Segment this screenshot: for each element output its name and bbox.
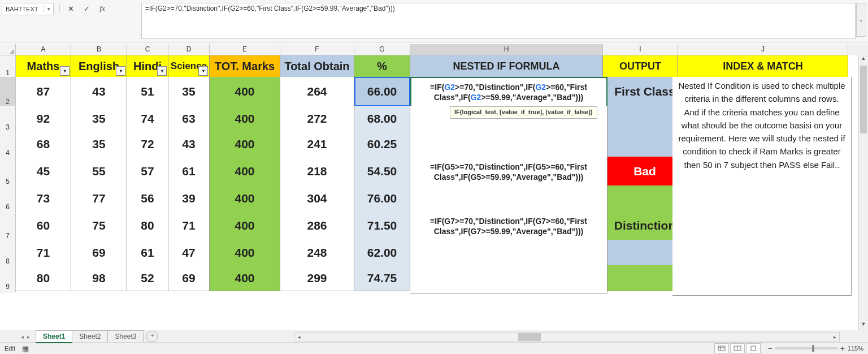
col-header-D[interactable]: D bbox=[168, 44, 210, 55]
horizontal-scroll-thumb[interactable] bbox=[518, 333, 541, 341]
cell-F8[interactable]: 248 bbox=[280, 240, 354, 266]
cell-I7[interactable]: Distinction bbox=[607, 211, 683, 240]
zoom-level[interactable]: 115% bbox=[848, 345, 863, 352]
row-header-8[interactable]: 8 bbox=[0, 240, 16, 267]
cell-G6[interactable]: 76.00 bbox=[354, 185, 410, 211]
cell-B3[interactable]: 35 bbox=[71, 106, 127, 132]
cell-I2[interactable]: First Class bbox=[607, 77, 683, 106]
col-header-C[interactable]: C bbox=[127, 44, 168, 55]
cell-I9[interactable] bbox=[607, 265, 683, 291]
header-cell-D[interactable]: Science▾ bbox=[168, 55, 210, 77]
cell-D2[interactable]: 35 bbox=[168, 77, 210, 106]
header-cell-C[interactable]: Hindi▾ bbox=[127, 55, 168, 77]
cell-H5[interactable]: =IF(G5>=70,"Distinction",IF(G5>=60,"Firs… bbox=[410, 157, 607, 188]
row-header-3[interactable]: 3 bbox=[0, 106, 16, 133]
view-page-break-icon[interactable] bbox=[746, 343, 761, 353]
col-header-A[interactable]: A bbox=[16, 44, 71, 55]
filter-button-A[interactable]: ▾ bbox=[60, 66, 70, 76]
cell-F3[interactable]: 272 bbox=[280, 106, 354, 132]
cell-E3[interactable]: 400 bbox=[210, 106, 280, 132]
cell-E2[interactable]: 400 bbox=[210, 77, 280, 106]
cell-F7[interactable]: 286 bbox=[280, 211, 354, 240]
cell-A3[interactable]: 92 bbox=[16, 106, 71, 132]
cell-B9[interactable]: 98 bbox=[71, 265, 127, 291]
macro-record-icon[interactable]: ▦ bbox=[22, 344, 29, 353]
enter-icon[interactable]: ✓ bbox=[81, 3, 92, 14]
cell-H7[interactable]: =IF(G7>=70,"Distinction",IF(G7>=60,"Firs… bbox=[410, 211, 607, 243]
col-header-I[interactable]: I bbox=[603, 44, 678, 55]
cell-A9[interactable]: 80 bbox=[16, 265, 71, 291]
cell-B7[interactable]: 75 bbox=[71, 211, 127, 240]
cell-E8[interactable]: 400 bbox=[210, 240, 280, 266]
zoom-in-button[interactable]: + bbox=[840, 344, 845, 353]
cell-D4[interactable]: 43 bbox=[168, 131, 210, 157]
filter-button-D[interactable]: ▾ bbox=[198, 66, 208, 76]
name-box[interactable]: BAHTTEXT ▾ bbox=[2, 3, 54, 15]
cell-G5[interactable]: 54.50 bbox=[354, 157, 410, 186]
sheet-tab-sheet1[interactable]: Sheet1 bbox=[36, 330, 72, 343]
select-all-corner[interactable] bbox=[0, 44, 16, 55]
row-header-9[interactable]: 9 bbox=[0, 265, 16, 292]
col-header-B[interactable]: B bbox=[71, 44, 127, 55]
cell-D9[interactable]: 69 bbox=[168, 265, 210, 291]
cell-B5[interactable]: 55 bbox=[71, 157, 127, 186]
cell-I5[interactable]: Bad bbox=[607, 157, 683, 186]
header-cell-E[interactable]: TOT. Marks bbox=[210, 55, 280, 77]
cell-C8[interactable]: 61 bbox=[127, 240, 168, 266]
cell-B8[interactable]: 69 bbox=[71, 240, 127, 266]
scroll-left-icon[interactable]: ◂ bbox=[294, 334, 303, 340]
header-cell-B[interactable]: English▾ bbox=[71, 55, 127, 77]
cell-G8[interactable]: 62.00 bbox=[354, 240, 410, 266]
col-header-G[interactable]: G bbox=[354, 44, 410, 55]
cell-F2[interactable]: 264 bbox=[280, 77, 354, 106]
cell-B6[interactable]: 77 bbox=[71, 185, 127, 211]
scroll-down-icon[interactable]: ▼ bbox=[859, 321, 868, 330]
header-cell-J[interactable]: INDEX & MATCH bbox=[678, 55, 848, 77]
cell-I3[interactable] bbox=[607, 106, 683, 132]
cell-C6[interactable]: 56 bbox=[127, 185, 168, 211]
cell-A2[interactable]: 87 bbox=[16, 77, 71, 106]
col-header-E[interactable]: E bbox=[210, 44, 280, 55]
scroll-up-icon[interactable]: ▲ bbox=[859, 55, 868, 64]
row-header-6[interactable]: 6 bbox=[0, 185, 16, 213]
row-header-4[interactable]: 4 bbox=[0, 131, 16, 158]
cell-C5[interactable]: 57 bbox=[127, 157, 168, 186]
cell-H9[interactable] bbox=[410, 265, 607, 293]
cell-J2[interactable]: Nested If Condition is used to check mul… bbox=[672, 77, 852, 296]
cell-A5[interactable]: 45 bbox=[16, 157, 71, 186]
vertical-scroll-thumb[interactable] bbox=[860, 66, 867, 133]
cancel-icon[interactable]: ✕ bbox=[66, 3, 76, 14]
cell-E9[interactable]: 400 bbox=[210, 265, 280, 291]
row-header-2[interactable]: 2 bbox=[0, 77, 16, 107]
cell-D6[interactable]: 39 bbox=[168, 185, 210, 211]
cell-A4[interactable]: 68 bbox=[16, 131, 71, 157]
cell-E7[interactable]: 400 bbox=[210, 211, 280, 240]
sheet-tab-sheet2[interactable]: Sheet2 bbox=[72, 330, 108, 343]
cell-B4[interactable]: 35 bbox=[71, 131, 127, 157]
cell-C7[interactable]: 80 bbox=[127, 211, 168, 240]
cell-H4[interactable] bbox=[410, 131, 607, 159]
cell-G3[interactable]: 68.00 bbox=[354, 106, 410, 132]
header-cell-I[interactable]: OUTPUT bbox=[603, 55, 678, 77]
zoom-out-button[interactable]: − bbox=[767, 344, 772, 353]
cell-E6[interactable]: 400 bbox=[210, 185, 280, 211]
cell-G9[interactable]: 74.75 bbox=[354, 265, 410, 291]
tab-nav-controls[interactable]: ◂▸ bbox=[15, 334, 36, 340]
cell-H6[interactable] bbox=[410, 185, 607, 214]
cell-F6[interactable]: 304 bbox=[280, 185, 354, 211]
cell-A6[interactable]: 73 bbox=[16, 185, 71, 211]
cell-H8[interactable] bbox=[410, 240, 607, 268]
col-header-J[interactable]: J bbox=[678, 44, 848, 55]
fx-icon[interactable]: fx bbox=[97, 3, 107, 14]
col-header-H[interactable]: H bbox=[410, 44, 603, 55]
name-box-dropdown-icon[interactable]: ▾ bbox=[44, 6, 53, 12]
cell-I6[interactable] bbox=[607, 185, 683, 211]
header-cell-F[interactable]: Total Obtain bbox=[280, 55, 354, 77]
cell-I8[interactable] bbox=[607, 240, 683, 266]
cell-E4[interactable]: 400 bbox=[210, 131, 280, 157]
cell-D5[interactable]: 61 bbox=[168, 157, 210, 186]
filter-button-C[interactable]: ▾ bbox=[157, 66, 167, 76]
formula-bar-input[interactable]: =IF(G2>=70,"Distinction",IF(G2>=60,"Firs… bbox=[141, 3, 856, 39]
header-cell-G[interactable]: % bbox=[354, 55, 410, 77]
cell-D8[interactable]: 47 bbox=[168, 240, 210, 266]
